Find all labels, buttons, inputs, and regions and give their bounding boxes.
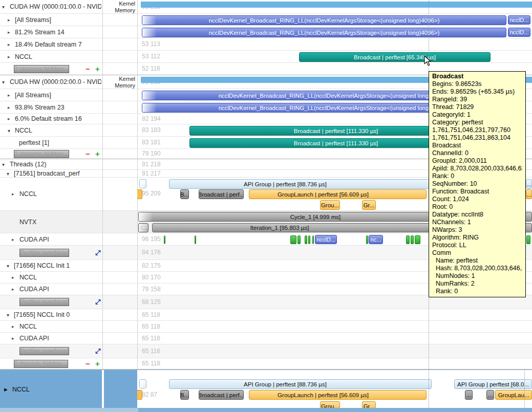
green-event-bar[interactable] — [164, 235, 165, 244]
kchip-event-bar[interactable]: ncclD... — [508, 15, 530, 25]
row-value-count: 91 218 — [142, 161, 161, 168]
oedge-event-bar[interactable] — [137, 189, 142, 199]
gchip-event-bar[interactable]: ... — [486, 390, 494, 400]
hide-stream-icon[interactable]: − — [86, 66, 90, 73]
event-bar-label: Broadcast | perftest [65.345 µs] — [354, 54, 436, 60]
green-event-bar[interactable] — [366, 235, 368, 244]
tree-row[interactable]: Profiler overhead⤢ — [0, 295, 532, 309]
tree-item-label: CUDA HW (0000:02:00.0 - NVIDIA — [10, 78, 101, 85]
tree-item-label: CUDA HW (0000:01:00.0 - NVIDIA — [10, 3, 101, 10]
show-stream-icon[interactable]: + — [95, 150, 100, 158]
tree-row[interactable]: 9 threads hidden...−+ — [0, 358, 532, 370]
green-event-bar[interactable] — [411, 235, 414, 244]
green-event-bar[interactable] — [312, 235, 314, 244]
tree-item-label: CUDA API — [19, 335, 49, 342]
oedge-event-bar[interactable] — [137, 390, 142, 400]
pinned-row-nccl[interactable]: ▶ NCCL — [0, 370, 532, 408]
tree-column-divider[interactable] — [102, 0, 103, 370]
gchip-event-bar[interactable]: ... — [465, 390, 473, 400]
gchip-event-bar[interactable]: Broadcast | perf... — [199, 390, 244, 400]
orange-event-bar[interactable]: GroupLaunch | perftest [56.609 µs] — [249, 390, 427, 400]
gchip-event-bar[interactable]: B... — [180, 390, 189, 400]
tooltip-line: NumRanks: 2 — [432, 280, 522, 288]
green-event-bar[interactable] — [195, 235, 196, 244]
kchip-event-bar[interactable]: ncclD... — [315, 235, 337, 244]
expander-icon[interactable]: ▾ — [2, 5, 5, 9]
tree-row[interactable]: Profiler overhead⤢ — [0, 344, 532, 358]
pinned-row-label: NCCL — [12, 386, 30, 393]
value-column-divider[interactable] — [137, 0, 138, 370]
expander-icon[interactable]: ▸ — [12, 192, 14, 197]
expander-icon[interactable]: ▾ — [7, 264, 9, 268]
tooltip-line: GroupId: 2,000,011 — [432, 157, 522, 165]
kchip-event-bar[interactable]: nc... — [369, 235, 383, 244]
tree-row[interactable]: ▾[71655] NCCL Init 0 — [0, 309, 532, 321]
lbchip-event-bar[interactable]: ... — [139, 379, 146, 388]
tree-item-label: NCCL — [19, 323, 37, 330]
expander-icon[interactable]: ▾ — [8, 128, 10, 133]
tooltip-line: Ends: 9.86529s (+65.345 µs) — [432, 88, 522, 96]
lb-event-bar[interactable]: API Group | perftest [88.736 µs] — [169, 379, 432, 389]
expander-icon[interactable]: ▸ — [12, 275, 14, 280]
expander-icon[interactable]: ▸ — [12, 336, 14, 341]
expander-icon[interactable]: ▾ — [2, 80, 5, 84]
expand-external-icon[interactable]: ⤢ — [95, 347, 100, 355]
expander-icon[interactable]: ▾ — [2, 162, 5, 167]
green-event-bar[interactable] — [290, 235, 296, 244]
expander-icon[interactable]: ▸ — [12, 237, 14, 242]
lb-event-bar[interactable]: ... — [526, 179, 532, 189]
green-event-bar[interactable] — [308, 235, 310, 244]
orange-event-bar[interactable]: GroupLaunch | perftest [56.609 µs] — [249, 189, 427, 199]
expander-icon[interactable]: ▸ — [8, 117, 10, 121]
lb-event-bar[interactable]: API Group | perftest [68.0... — [454, 379, 532, 389]
expander-icon[interactable]: ▸ — [8, 17, 10, 22]
kernel-event-bar[interactable]: ncclDevKernel_Broadcast_RING_LL(ncclDevK… — [142, 28, 506, 37]
orange-event-bar[interactable]: ... — [526, 189, 532, 199]
row-value-count: 80 170 — [142, 274, 161, 281]
tree-row[interactable]: ▸18.4% Default stream 7 — [0, 38, 532, 51]
expander-icon[interactable]: ▸ — [8, 54, 10, 59]
teal-event-bar[interactable]: Broadcast | perftest [65.345 µs] — [299, 52, 491, 62]
expander-icon[interactable]: ▸ — [8, 42, 10, 47]
lbchip-event-bar[interactable]: ... — [139, 179, 146, 188]
expand-external-icon[interactable]: ⤢ — [95, 249, 100, 257]
expander-icon[interactable]: ▶ — [4, 387, 8, 392]
green-event-bar[interactable] — [415, 235, 420, 244]
nsight-timeline-view: ▾CUDA HW (0000:01:00.0 - NVIDIA KernelMe… — [0, 0, 532, 412]
kchip-event-bar[interactable]: ncclD... — [508, 28, 530, 37]
show-stream-icon[interactable]: + — [95, 360, 100, 367]
green-event-bar[interactable] — [297, 235, 301, 244]
tree-row[interactable]: ▸CUDA API — [0, 333, 532, 344]
orange-event-bar[interactable]: Gr... — [362, 200, 376, 210]
expander-icon[interactable]: ▸ — [8, 93, 10, 97]
expander-icon[interactable]: ▾ — [7, 313, 9, 317]
expander-icon[interactable]: ▸ — [8, 30, 10, 34]
horizontal-scrollbar[interactable] — [0, 408, 532, 412]
event-bar-label: Iteration_1 [95.803 µs] — [250, 225, 309, 231]
tooltip-line: Function: Broadcast — [432, 188, 522, 196]
orange-event-bar[interactable]: Grou... — [320, 200, 340, 210]
gchip-event-bar[interactable]: It... — [138, 223, 148, 232]
hw-event-bar[interactable] — [141, 2, 532, 8]
hide-stream-icon[interactable]: − — [86, 150, 90, 158]
tree-row[interactable]: ▸NCCL — [0, 321, 532, 333]
expander-icon[interactable]: ▾ — [7, 171, 9, 176]
gchip-event-bar[interactable]: Broadcast | perf... — [199, 189, 244, 199]
green-event-bar[interactable] — [305, 235, 307, 244]
show-stream-icon[interactable]: + — [95, 66, 100, 73]
expander-icon[interactable]: ▸ — [12, 287, 14, 292]
green-event-bar[interactable] — [406, 235, 410, 244]
row-value-count: 82 175 — [142, 262, 161, 269]
expander-icon[interactable]: ▸ — [8, 105, 10, 110]
expand-external-icon[interactable]: ⤢ — [95, 298, 100, 306]
orange-event-bar[interactable]: GroupLau... — [495, 390, 532, 400]
lb-event-bar[interactable]: API Group | perftest [88.736 µs] — [169, 179, 432, 189]
expander-icon[interactable]: ▸ — [12, 324, 14, 329]
event-bar-label: Cycle_1 [4.999 ms] — [290, 214, 341, 220]
gchip-event-bar[interactable]: B... — [180, 189, 189, 199]
scrollbar-thumb[interactable] — [138, 408, 532, 412]
hide-stream-icon[interactable]: − — [86, 360, 90, 367]
kernel-event-bar[interactable]: ncclDevKernel_Broadcast_RING_LL(ncclDevK… — [142, 15, 506, 25]
tooltip-line: ApiId: 8,703,028,200,033,646,635 — [432, 165, 522, 172]
green-event-bar[interactable] — [526, 235, 530, 244]
